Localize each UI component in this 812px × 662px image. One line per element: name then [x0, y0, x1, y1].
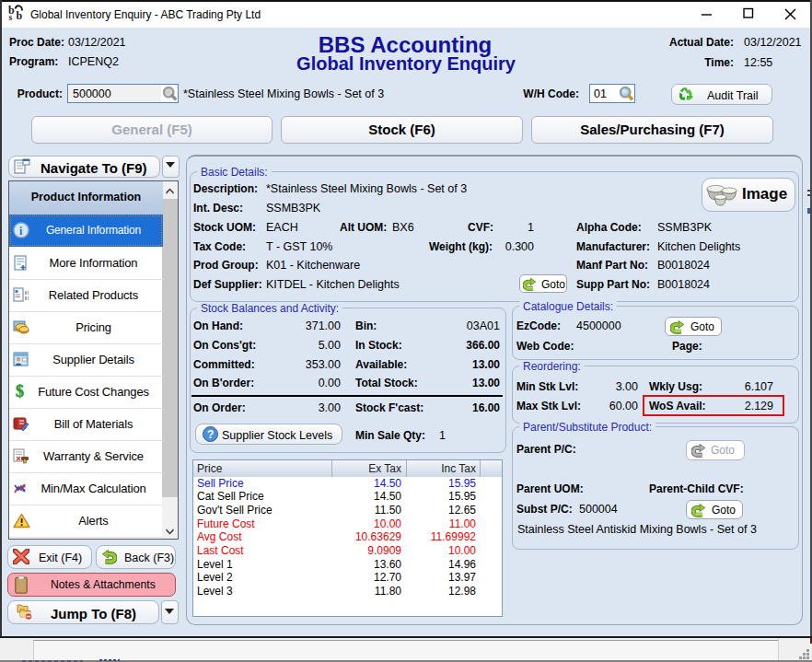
svg-text:s: s [9, 13, 13, 20]
svg-text:b: b [17, 9, 23, 21]
svg-text:?: ? [207, 428, 214, 441]
